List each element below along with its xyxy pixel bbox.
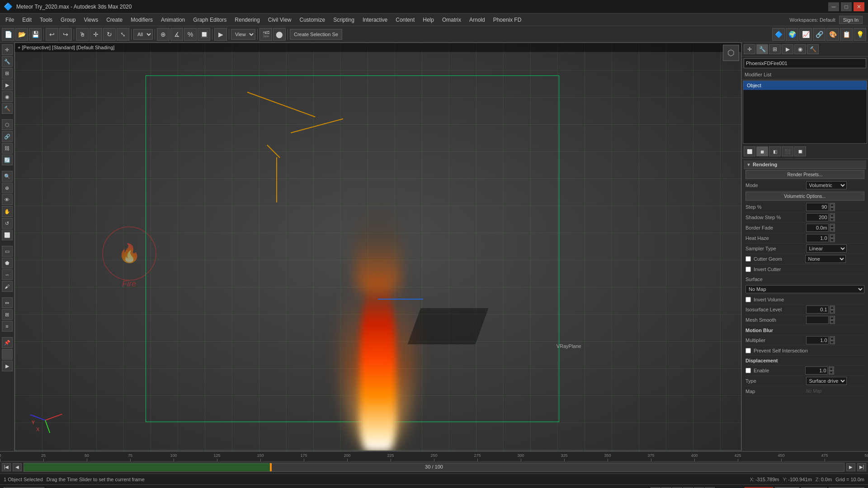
display-tab[interactable]: ◉ [794, 44, 806, 54]
cutter-geom-dropdown[interactable]: None [805, 255, 846, 263]
step-input[interactable] [806, 203, 829, 211]
layer-manager-button[interactable]: 📋 [840, 28, 853, 41]
cutter-geom-checkbox[interactable] [745, 256, 751, 262]
time-slider[interactable]: 30 / 100 [24, 463, 844, 472]
redo-button[interactable]: ↪ [59, 28, 72, 41]
minimize-button[interactable]: ─ [828, 2, 839, 11]
shadow-step-down[interactable]: ▼ [830, 217, 835, 221]
render-environment-button[interactable]: 🌍 [786, 28, 798, 41]
material-editor-button[interactable]: 🔷 [772, 28, 785, 41]
mode-dropdown[interactable]: Volumetric [806, 181, 847, 189]
window-controls[interactable]: ─ □ ✕ [828, 2, 864, 11]
named-selection-btn[interactable]: 📌 [2, 337, 13, 348]
border-fade-down[interactable]: ▼ [830, 228, 835, 232]
panel-icon-5[interactable]: 🔲 [794, 146, 806, 156]
play-animation-left-btn[interactable]: ▶ [2, 361, 13, 371]
shadow-step-input[interactable] [806, 213, 829, 221]
menu-tools[interactable]: Tools [36, 15, 56, 25]
play-animation-button[interactable]: ▶ [214, 28, 227, 41]
multiplier-input[interactable] [806, 336, 829, 344]
enable-up[interactable]: ▲ [829, 366, 834, 371]
volumetric-options-button[interactable]: Volumetric Options... [745, 192, 864, 201]
shadow-step-up[interactable]: ▲ [830, 213, 835, 217]
schematic-button[interactable]: 🔗 [813, 28, 826, 41]
create-panel-btn[interactable]: ✛ [2, 44, 13, 55]
border-fade-input[interactable] [806, 224, 829, 232]
select-button[interactable]: 🖱 [76, 28, 89, 41]
modify-panel-btn[interactable]: 🔧 [2, 56, 13, 67]
heat-haze-up[interactable]: ▲ [830, 234, 835, 238]
new-button[interactable]: 📄 [2, 28, 14, 41]
menu-civil-view[interactable]: Civil View [264, 15, 295, 25]
field-of-view-btn[interactable]: 👁 [2, 194, 13, 205]
percent-snap-button[interactable]: % [184, 28, 197, 41]
create-tab[interactable]: ✛ [744, 44, 755, 54]
prev-frame-btn[interactable]: |◀ [2, 463, 11, 471]
menu-modifiers[interactable]: Modifiers [127, 15, 156, 25]
panel-icon-1[interactable]: ⬜ [744, 146, 755, 156]
view-dropdown[interactable]: View [231, 29, 255, 40]
object-name-input[interactable] [744, 58, 866, 68]
arc-rotate-btn[interactable]: ↺ [2, 218, 13, 229]
array-btn[interactable]: ⊞ [2, 309, 13, 320]
rect-select-btn[interactable]: ▭ [2, 246, 13, 257]
align-btn[interactable]: ≡ [2, 321, 13, 332]
bind-space-btn[interactable]: 🔄 [2, 155, 13, 165]
hierarchy-panel-btn[interactable]: ⊞ [2, 68, 13, 79]
selection-filter-dropdown[interactable]: All [133, 29, 153, 40]
motion-tab[interactable]: ▶ [782, 44, 793, 54]
step-up[interactable]: ▲ [830, 203, 835, 207]
step-down[interactable]: ▼ [830, 207, 835, 211]
border-fade-up[interactable]: ▲ [830, 224, 835, 228]
hierarchy-tab[interactable]: ⊞ [769, 44, 781, 54]
menu-group[interactable]: Group [57, 15, 79, 25]
menu-file[interactable]: File [2, 15, 18, 25]
viewport[interactable]: + [Perspective] [Standard] [Default Shad… [14, 42, 741, 451]
menu-create[interactable]: Create [103, 15, 126, 25]
color-clip-button[interactable]: 🎨 [826, 28, 839, 41]
curve-editor-button[interactable]: 📈 [799, 28, 812, 41]
render-setup-button[interactable]: 🎬 [259, 28, 272, 41]
prev-key-btn[interactable]: ◀ [13, 463, 22, 471]
create-selection-button[interactable]: Create Selection Se [290, 29, 342, 40]
spinner-snap-button[interactable]: 🔲 [198, 28, 210, 41]
mesh-smooth-down[interactable]: ▼ [830, 320, 835, 324]
link-btn[interactable]: 🔗 [2, 131, 13, 142]
select-obj-btn[interactable]: ⬡ [2, 119, 13, 130]
rotate-button[interactable]: ↻ [103, 28, 116, 41]
heat-haze-down[interactable]: ▼ [830, 238, 835, 242]
isosurface-up[interactable]: ▲ [830, 305, 835, 310]
paint-select-btn[interactable]: 🖌 [2, 281, 13, 292]
next-frame-btn[interactable]: ▶| [857, 463, 866, 471]
undo-button[interactable]: ↩ [46, 28, 58, 41]
mesh-smooth-input[interactable] [806, 316, 829, 324]
multiplier-up[interactable]: ▲ [830, 336, 835, 340]
menu-customize[interactable]: Customize [296, 15, 329, 25]
menu-omatrix[interactable]: Omatrix [439, 15, 465, 25]
enable-input[interactable] [805, 366, 828, 375]
isosurface-down[interactable]: ▼ [830, 310, 835, 314]
modify-tab[interactable]: 🔧 [756, 44, 768, 54]
maximize-button[interactable]: □ [841, 2, 852, 11]
utilities-panel-btn[interactable]: 🔨 [2, 103, 13, 114]
maximize-viewport-btn[interactable]: ⬜ [2, 230, 13, 240]
object-color-btn[interactable] [2, 349, 13, 360]
panel-icon-2[interactable]: ◼ [756, 146, 768, 156]
menu-scripting[interactable]: Scripting [330, 15, 358, 25]
prevent-self-checkbox[interactable] [745, 348, 751, 353]
light-lister-button[interactable]: 💡 [854, 28, 866, 41]
surface-map-dropdown[interactable]: No Map [745, 285, 864, 293]
scale-button[interactable]: ⤡ [117, 28, 129, 41]
menu-graph-editors[interactable]: Graph Editors [189, 15, 230, 25]
multiplier-down[interactable]: ▼ [830, 340, 835, 344]
zoom-btn[interactable]: 🔍 [2, 171, 13, 182]
type-dropdown[interactable]: Surface driven [806, 377, 847, 385]
snap-toggle-button[interactable]: ⊕ [157, 28, 170, 41]
mesh-smooth-up[interactable]: ▲ [830, 316, 835, 320]
close-button[interactable]: ✕ [854, 2, 864, 11]
motion-panel-btn[interactable]: ▶ [2, 80, 13, 90]
time-slider-thumb[interactable] [270, 463, 272, 471]
menu-views[interactable]: Views [80, 15, 102, 25]
view-cube[interactable]: ⬡ [723, 45, 739, 61]
menu-content[interactable]: Content [392, 15, 418, 25]
